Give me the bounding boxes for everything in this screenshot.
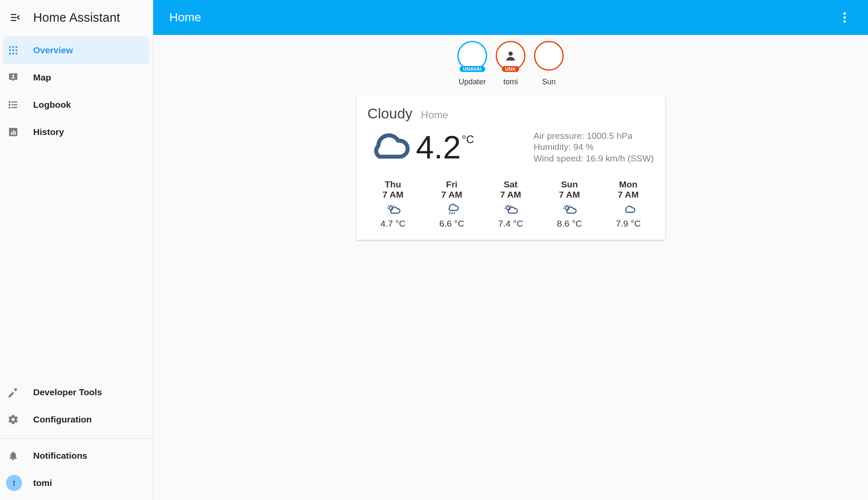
svg-line-43 — [565, 206, 565, 207]
sidebar-item-label: Logbook — [33, 100, 71, 110]
weather-attributes: Air pressure: 1000.5 hPa Humidity: 94 % … — [534, 130, 654, 164]
svg-line-30 — [388, 206, 389, 207]
menu-collapse-icon[interactable] — [5, 7, 26, 28]
forecast-time: 7 AM — [441, 190, 462, 200]
svg-rect-20 — [11, 132, 12, 135]
forecast-time: 7 AM — [618, 190, 639, 200]
svg-line-32 — [449, 213, 450, 214]
forecast-day: Fri — [446, 179, 457, 190]
weather-temperature: 4.2°C — [416, 129, 474, 166]
badge-label: tomi — [503, 78, 518, 86]
state-chip: UNAVAI — [460, 66, 485, 72]
overflow-menu-icon[interactable] — [837, 10, 852, 25]
svg-point-16 — [9, 101, 10, 102]
apps-icon — [6, 43, 20, 57]
weather-name: Home — [421, 109, 448, 121]
forecast-item: Fri7 AM6.6 °C — [426, 179, 477, 229]
avatar: t — [6, 475, 22, 491]
svg-point-6 — [9, 49, 11, 51]
weather-card[interactable]: Cloudy Home 4.2°C Air pressure: 1000.5 h… — [357, 96, 665, 240]
forecast-item: Thu7 AM4.7 °C — [368, 179, 419, 229]
svg-line-38 — [505, 206, 506, 207]
forecast-row: Thu7 AM4.7 °CFri7 AM6.6 °CSat7 AM7.4 °CS… — [368, 179, 654, 229]
forecast-day: Sun — [561, 179, 578, 190]
svg-line-31 — [393, 206, 394, 207]
forecast-day: Sat — [504, 179, 518, 190]
svg-point-24 — [843, 16, 846, 19]
partlycloudy-icon — [503, 203, 518, 216]
badge-circle — [534, 41, 564, 71]
svg-line-33 — [452, 213, 452, 214]
divider — [0, 438, 153, 439]
cloudy-icon — [621, 203, 636, 216]
partlycloudy-icon — [562, 203, 577, 216]
svg-point-11 — [15, 52, 17, 54]
sidebar-item-overview[interactable]: Overview — [3, 37, 149, 64]
app-bar: Home — [153, 0, 868, 35]
rainy-icon — [445, 203, 459, 216]
sidebar-item-label: Overview — [33, 45, 73, 55]
list-icon — [6, 98, 20, 112]
forecast-item: Sun7 AM8.6 °C — [544, 179, 595, 229]
forecast-item: Sat7 AM7.4 °C — [485, 179, 536, 229]
state-chip: UNK — [502, 66, 519, 72]
svg-point-5 — [15, 46, 17, 48]
badge-label: Updater — [459, 78, 486, 86]
svg-line-34 — [454, 213, 454, 214]
user-name: tomi — [33, 478, 52, 488]
sidebar-item-history[interactable]: History — [3, 118, 149, 146]
crescent-icon — [542, 49, 555, 62]
gear-icon — [6, 412, 20, 427]
entity-badge[interactable]: UNAVAIUpdater — [457, 41, 488, 86]
sidebar-item-configuration[interactable]: Configuration — [3, 406, 149, 433]
nav-list: Overview Map Logbook History — [0, 35, 153, 147]
partlycloudy-icon — [386, 203, 400, 216]
forecast-time: 7 AM — [383, 190, 403, 200]
svg-point-17 — [9, 104, 10, 105]
sidebar-item-label: History — [33, 127, 64, 137]
svg-point-8 — [15, 49, 17, 51]
sidebar-item-devtools[interactable]: Developer Tools — [3, 379, 149, 406]
main: Home UNAVAIUpdaterUNKtomiSun Cloudy Home — [153, 0, 868, 500]
sidebar-header: Home Assistant — [0, 0, 153, 35]
dashboard-column: UNAVAIUpdaterUNKtomiSun Cloudy Home 4.2°… — [355, 41, 666, 240]
sidebar-item-label: Configuration — [33, 414, 92, 425]
sidebar-item-logbook[interactable]: Logbook — [3, 91, 149, 118]
page-title: Home — [169, 11, 201, 24]
svg-line-39 — [510, 206, 511, 207]
sidebar-item-notifications[interactable]: Notifications — [3, 442, 149, 469]
cloud-icon — [368, 131, 410, 164]
entity-badge[interactable]: Sun — [533, 41, 565, 86]
tooltip-account-icon — [6, 70, 20, 85]
badges-row: UNAVAIUpdaterUNKtomiSun — [457, 41, 565, 86]
forecast-temp: 7.9 °C — [616, 218, 641, 229]
svg-point-12 — [12, 75, 14, 77]
sidebar-item-map[interactable]: Map — [3, 64, 149, 91]
forecast-time: 7 AM — [559, 190, 580, 200]
svg-point-10 — [12, 52, 14, 54]
forecast-time: 7 AM — [500, 190, 521, 200]
forecast-temp: 7.4 °C — [498, 218, 523, 229]
bell-icon — [6, 448, 20, 463]
sidebar-item-user[interactable]: t tomi — [3, 469, 149, 497]
svg-point-9 — [9, 52, 11, 54]
svg-rect-22 — [14, 131, 16, 135]
forecast-day: Thu — [385, 179, 401, 190]
nav-user: Notifications t tomi — [0, 440, 153, 500]
forecast-temp: 6.6 °C — [439, 218, 464, 229]
svg-point-7 — [12, 49, 14, 51]
sidebar-item-label: Developer Tools — [33, 387, 102, 397]
svg-point-4 — [12, 46, 14, 48]
content: UNAVAIUpdaterUNKtomiSun Cloudy Home 4.2°… — [153, 35, 868, 500]
sidebar-item-label: Notifications — [33, 451, 87, 461]
entity-badge[interactable]: UNKtomi — [495, 41, 526, 86]
card-header: Cloudy Home — [368, 105, 654, 122]
forecast-temp: 4.7 °C — [380, 218, 405, 229]
svg-point-25 — [843, 20, 846, 23]
forecast-temp: 8.6 °C — [557, 218, 582, 229]
forecast-item: Mon7 AM7.9 °C — [603, 179, 654, 229]
badge-label: Sun — [542, 78, 556, 86]
weather-state: Cloudy — [368, 105, 413, 122]
chart-box-icon — [6, 125, 20, 139]
forecast-day: Mon — [619, 179, 637, 190]
